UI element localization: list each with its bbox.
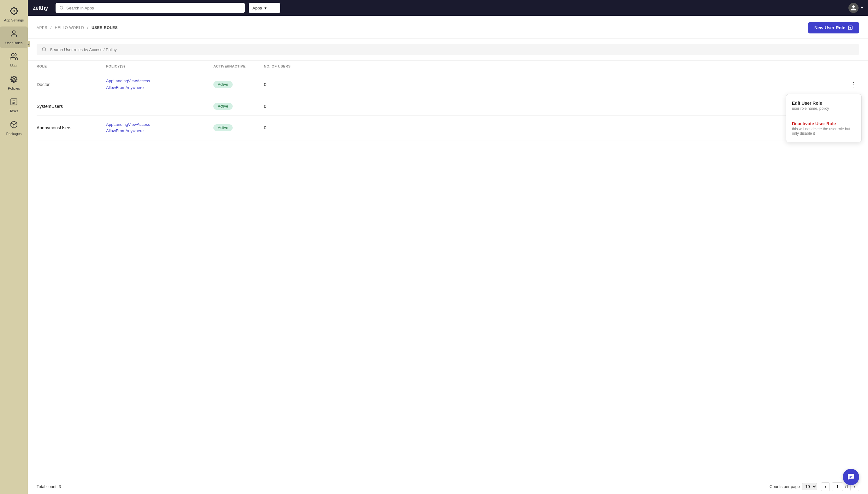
svg-line-19	[12, 80, 13, 81]
per-page-select[interactable]: 10 25 50	[802, 483, 817, 490]
status-systemusers: Active	[214, 103, 264, 110]
table-row: AnonymousUsers AppLandingViewAccess Allo…	[37, 116, 859, 141]
sidebar-label-user-roles: User Roles	[5, 41, 22, 45]
sidebar-item-packages[interactable]: Packages	[0, 117, 28, 139]
col-users: NO. OF USERS	[264, 64, 327, 68]
breadcrumb-sep2: /	[87, 25, 88, 30]
col-role: ROLE	[37, 64, 106, 68]
topbar-dropdown-label: Apps	[253, 6, 262, 11]
status-badge-systemusers: Active	[214, 103, 233, 110]
footer: Total count: 3 Counts per page 10 25 50 …	[28, 479, 868, 494]
policy-link-anon-2[interactable]: AllowFromAnywhere	[106, 128, 214, 134]
svg-line-26	[62, 9, 63, 10]
user-roles-icon	[10, 30, 18, 40]
sidebar-item-app-settings[interactable]: App Settings	[0, 4, 28, 25]
col-status: ACTIVE/INACTIVE	[214, 64, 264, 68]
policy-link-2[interactable]: AllowFromAnywhere	[106, 84, 214, 91]
page-number-input[interactable]	[832, 482, 843, 491]
footer-total: Total count: 3	[37, 484, 61, 489]
svg-point-1	[13, 31, 16, 34]
status-badge-doctor: Active	[214, 81, 233, 88]
chat-bubble[interactable]	[843, 469, 859, 485]
sidebar-label-app-settings: App Settings	[4, 18, 24, 22]
new-user-role-button[interactable]: New User Role	[808, 22, 859, 34]
sidebar: App Settings User Roles User	[0, 0, 28, 494]
svg-line-18	[15, 78, 16, 79]
policy-doctor: AppLandingViewAccess AllowFromAnywhere	[106, 78, 214, 91]
chat-icon	[847, 473, 855, 481]
app-settings-icon	[10, 7, 18, 17]
role-name-anonymoususers: AnonymousUsers	[37, 125, 106, 130]
user-icon	[10, 52, 18, 62]
policy-link-anon-1[interactable]: AppLandingViewAccess	[106, 121, 214, 128]
topbar-user-caret[interactable]: ▾	[861, 6, 863, 10]
role-name-doctor: Doctor	[37, 82, 106, 87]
role-name-systemusers: SystemUsers	[37, 104, 106, 109]
sidebar-item-user-roles[interactable]: User Roles	[0, 26, 28, 48]
logo: zelthy	[33, 5, 48, 11]
user-count-systemusers: 0	[264, 104, 327, 109]
policy-link-1[interactable]: AppLandingViewAccess	[106, 78, 214, 84]
search-bar-icon	[42, 47, 47, 52]
counts-per-page-label: Counts per page	[770, 484, 800, 489]
tasks-icon	[10, 98, 18, 108]
context-menu-edit-desc: user role name, policy	[792, 106, 856, 111]
topbar-right: ▾	[848, 3, 863, 13]
row-menu-button-doctor[interactable]: ⋮	[848, 79, 859, 90]
page-header: APPS / HELLO WORLD / USER ROLES New User…	[28, 16, 868, 39]
user-count-anonymoususers: 0	[264, 125, 327, 130]
svg-point-30	[42, 48, 46, 51]
policy-anonymoususers: AppLandingViewAccess AllowFromAnywhere	[106, 121, 214, 135]
col-actions	[327, 64, 859, 68]
context-menu-deactivate-title: Deactivate User Role	[792, 121, 856, 126]
context-menu-edit-title: Edit User Role	[792, 101, 856, 106]
context-menu-edit[interactable]: Edit User Role user role name, policy	[786, 97, 861, 115]
search-bar[interactable]	[37, 44, 859, 55]
new-user-role-label: New User Role	[814, 25, 845, 30]
breadcrumb-sep1: /	[51, 25, 52, 30]
svg-line-17	[15, 80, 16, 81]
plus-icon	[848, 25, 853, 30]
table-section: ROLE POLICY(S) ACTIVE/INACTIVE NO. OF US…	[28, 61, 868, 479]
sidebar-label-packages: Packages	[6, 132, 21, 136]
context-menu: Edit User Role user role name, policy De…	[786, 94, 862, 142]
counts-per-page: Counts per page 10 25 50	[770, 483, 817, 490]
search-section	[28, 39, 868, 61]
table-row: Doctor AppLandingViewAccess AllowFromAny…	[37, 72, 859, 97]
main-area: zelthy Apps ▾ ▾	[28, 0, 868, 494]
avatar-icon	[850, 5, 857, 11]
sidebar-item-tasks[interactable]: Tasks	[0, 95, 28, 116]
svg-point-2	[11, 53, 14, 56]
svg-point-25	[60, 6, 63, 9]
svg-line-16	[12, 78, 13, 79]
prev-page-button[interactable]: ‹	[821, 482, 830, 491]
sidebar-collapse-tab[interactable]: ◀	[26, 41, 30, 47]
page-total: /1	[845, 484, 848, 489]
content-area: APPS / HELLO WORLD / USER ROLES New User…	[28, 16, 868, 479]
breadcrumb: APPS / HELLO WORLD / USER ROLES	[37, 25, 118, 30]
topbar-search-container[interactable]	[56, 3, 245, 13]
context-menu-divider	[786, 116, 861, 116]
breadcrumb-apps: APPS	[37, 25, 47, 30]
user-roles-search-input[interactable]	[50, 47, 854, 52]
context-menu-deactivate[interactable]: Deactivate User Role this will not delet…	[786, 117, 861, 139]
search-icon	[59, 6, 64, 10]
breadcrumb-hello-world: HELLO WORLD	[55, 25, 84, 30]
sidebar-label-user: User	[10, 64, 17, 68]
svg-point-0	[13, 10, 15, 12]
sidebar-item-policies[interactable]: Policies	[0, 72, 28, 93]
topbar: zelthy Apps ▾ ▾	[28, 0, 868, 16]
topbar-apps-dropdown[interactable]: Apps ▾	[249, 3, 280, 13]
sidebar-label-policies: Policies	[8, 87, 20, 90]
sidebar-item-user[interactable]: User	[0, 49, 28, 71]
context-menu-deactivate-desc: this will not delete the user role but o…	[792, 127, 856, 136]
svg-rect-20	[11, 99, 17, 105]
topbar-search-input[interactable]	[66, 6, 241, 11]
col-policy: POLICY(S)	[106, 64, 214, 68]
avatar[interactable]	[848, 3, 858, 13]
topbar-dropdown-icon: ▾	[264, 6, 267, 11]
status-doctor: Active	[214, 81, 264, 88]
sidebar-label-tasks: Tasks	[10, 109, 18, 113]
status-anonymoususers: Active	[214, 124, 264, 131]
table-header: ROLE POLICY(S) ACTIVE/INACTIVE NO. OF US…	[37, 61, 859, 72]
